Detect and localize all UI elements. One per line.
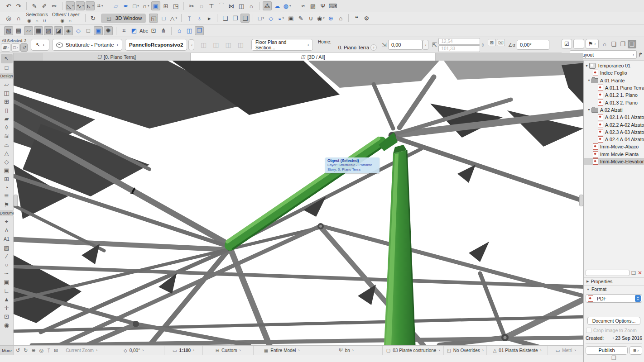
x-coordinate-input[interactable]: 12,54 (438, 38, 480, 45)
3d-viewport[interactable]: Object (Selected) Layer: Strutturale - P… (14, 61, 583, 345)
home-icon[interactable]: ⌂ (247, 1, 256, 10)
cube-option-icon[interactable]: ◫ (213, 41, 219, 48)
comment-icon[interactable]: ❝ (352, 14, 361, 23)
mesh-tool[interactable]: ◇ (1, 157, 13, 166)
view-map-icon[interactable]: ❏ (610, 40, 618, 48)
undo-icon[interactable]: ↶ (4, 1, 13, 10)
microphone-icon[interactable]: Ψ (318, 1, 327, 10)
disclosure-icon[interactable]: ▼ (585, 64, 589, 67)
circle-tool[interactable]: ○ (1, 261, 13, 269)
design-section-label[interactable]: Design (0, 73, 14, 79)
axonometry-icon[interactable]: □ (159, 14, 168, 23)
intersect-icon[interactable]: ⋈ (227, 1, 236, 10)
elevation-tool[interactable]: ▲ (1, 295, 13, 304)
tree-item-a024[interactable]: A.02.4 A-04 Alzato Ov (584, 136, 644, 143)
renovation-filter-button[interactable]: ☑ (562, 39, 572, 49)
hatch-tool-icon[interactable]: ▨ (308, 1, 317, 10)
zoom-back-icon[interactable]: ↺ (16, 348, 20, 353)
status-scale[interactable]: ▭1:100› (164, 346, 202, 355)
new-page-icon[interactable]: ❏ (221, 14, 230, 23)
zone-tool[interactable]: ▣ (1, 166, 13, 175)
tree-item-abaco[interactable]: Imm-Movie-Abaco (584, 143, 644, 150)
tree-item-temporaneo[interactable]: ▼ Temporaneo 01 (584, 62, 644, 69)
format-header[interactable]: ▼ Format (584, 285, 644, 293)
windows-stack-icon[interactable]: ❐ (611, 355, 616, 361)
favorite-selector[interactable]: PannelloResponsivo2 (125, 39, 187, 51)
figure-tool[interactable]: ▣ (1, 278, 13, 286)
snap-guides-icon[interactable]: ∿ (76, 1, 85, 10)
right-scroll-handle[interactable] (579, 195, 583, 206)
marquee-view-icon[interactable]: □ (256, 14, 265, 23)
fill-display-icon[interactable]: ▧ (4, 26, 13, 35)
paint-bucket-icon[interactable]: ◍ (283, 1, 292, 10)
layer-refresh-icon[interactable]: ↻ (89, 14, 98, 23)
auto-dimension-icon[interactable]: ⊞ (161, 1, 170, 10)
door-edit-icon[interactable]: ◫ (237, 1, 246, 10)
cube-option-icon[interactable]: ◫ (201, 41, 207, 48)
3d-projection-icon[interactable]: △ (169, 14, 178, 23)
stepper-icon[interactable]: ▲▼ (635, 295, 641, 302)
jump-up-icon[interactable]: ↱ (638, 52, 643, 58)
tree-item-elevation-selected[interactable]: Imm-Movie-Elevation (584, 158, 644, 165)
zoom-in-icon[interactable]: ⊕ (31, 348, 35, 353)
render-image-icon[interactable]: ▣ (286, 14, 295, 23)
roof-tool[interactable]: ≋ (1, 132, 13, 140)
diagonal-fill-icon[interactable]: ◩ (130, 26, 139, 35)
crop-checkbox[interactable] (586, 328, 591, 333)
morph-tool[interactable]: ◔ (1, 183, 13, 192)
window-tool[interactable]: ⊞ (1, 97, 13, 106)
keyboard-icon[interactable]: ⌨ (328, 1, 337, 10)
grid-frame-icon[interactable]: ⌗ (120, 26, 129, 35)
tree-item-a01[interactable]: ▼ A.01 Piante (584, 77, 644, 84)
camera-tool[interactable]: ◉ (1, 321, 13, 329)
selection-lock-icon[interactable]: ∩ (34, 18, 40, 24)
y-coordinate-input[interactable]: 101,33 (438, 45, 480, 52)
document-options-button[interactable]: Document Options... (587, 317, 640, 325)
zoom-forward-icon[interactable]: ↻ (24, 348, 28, 353)
view-selector[interactable]: Floor Plan and Section... › (251, 39, 313, 51)
tree-item-indice[interactable]: Indice Foglio (584, 69, 644, 76)
shell-tool[interactable]: ⌓ (1, 140, 13, 149)
origin-reset-button[interactable]: ⌧ (497, 39, 505, 46)
fillet-icon[interactable]: ⌒ (217, 1, 226, 10)
curtain-wall-tool[interactable]: ⊞ (1, 175, 13, 183)
mesh-tool-icon[interactable]: ≈ (298, 1, 308, 10)
explode-icon[interactable]: ⁂ (263, 1, 272, 10)
beam-tool[interactable]: ▰ (1, 114, 13, 123)
status-orientation[interactable]: ◇0,00°› (103, 346, 164, 355)
redo-icon[interactable]: ↷ (14, 1, 23, 10)
tab-3d-all[interactable]: ◫ [3D / All] (191, 53, 436, 61)
slab-tool[interactable]: ◊ (1, 123, 13, 132)
line-tool[interactable]: ∕ (1, 252, 13, 261)
label-tool[interactable]: A1 (1, 235, 13, 244)
walk-icon[interactable]: ᛉ (47, 348, 50, 353)
grid-snap-icon[interactable]: ⌗ (96, 1, 105, 10)
grab-mode-button[interactable]: ↺ (20, 43, 28, 52)
explore-icon[interactable]: ▸ (205, 14, 214, 23)
lasso-icon[interactable]: ◌ (197, 1, 206, 10)
detail-tool[interactable]: ✛ (1, 304, 13, 312)
layer-selector[interactable]: Strutturale - Portante › (52, 39, 122, 51)
format-select[interactable]: PDF ▲▼ (586, 294, 642, 303)
more-section-label[interactable]: More (0, 346, 14, 355)
arrow-tool[interactable]: ↖ (1, 54, 13, 63)
section-tool[interactable]: ∟ (1, 286, 13, 295)
wall-tool[interactable]: ▱ (1, 80, 13, 89)
inject-parameters-icon[interactable]: ✐ (40, 1, 49, 10)
created-popup-button[interactable]: › (612, 336, 614, 340)
show-all-icon[interactable]: ◎ (4, 14, 13, 23)
home-story-selector[interactable]: 0. Piano Terra › (338, 44, 377, 51)
status-structure-display[interactable]: ▦Entire Model› (253, 346, 310, 355)
editing-plane-icon[interactable]: ▱ (111, 1, 120, 10)
curve-hatch-icon[interactable]: ◪ (54, 26, 63, 35)
status-model-view-options[interactable]: ▢03 Piante costruzione› (382, 346, 443, 355)
arrow-tool-button[interactable]: ↖ › (31, 39, 49, 51)
scissors-icon[interactable]: ✂ (187, 1, 196, 10)
disclosure-icon[interactable]: ▼ (587, 79, 591, 82)
fill-tool[interactable]: ▨ (1, 243, 13, 252)
suspend-groups-icon[interactable]: ▣ (151, 1, 160, 10)
active-page-icon[interactable]: ❑ (240, 14, 250, 23)
status-zoom[interactable]: Current Zoom› (60, 346, 103, 355)
pickup-parameters-icon[interactable]: ✎ (30, 1, 39, 10)
status-pen-set[interactable]: Ψbn› (310, 346, 382, 355)
